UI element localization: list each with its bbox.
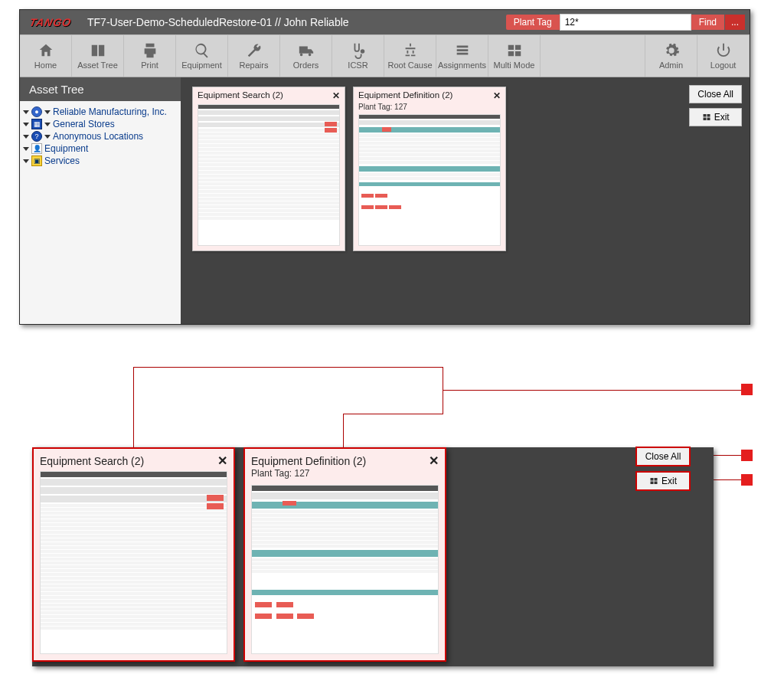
question-icon: ? [31, 131, 42, 142]
close-all-button[interactable]: Close All [689, 85, 742, 103]
tool-print[interactable]: Print [124, 35, 176, 77]
header-title: TF7-User-Demo-ScheduledRestore-01 // Joh… [87, 16, 349, 28]
search-icon [194, 42, 211, 59]
thumb-equipment-search[interactable]: Equipment Search (2) ✕ [192, 87, 345, 251]
list-icon [454, 42, 471, 59]
zoom-action-buttons: Close All Exit [635, 447, 691, 491]
print-icon [142, 42, 158, 59]
callout-marker [741, 474, 753, 486]
callout-marker [741, 450, 753, 461]
logo: TANGO [18, 10, 84, 34]
tool-multimode[interactable]: Multi Mode [488, 35, 541, 77]
zoom-thumb-equipment-definition[interactable]: Equipment Definition (2) ✕ Plant Tag: 12… [243, 447, 446, 662]
tool-repairs[interactable]: Repairs [228, 35, 280, 77]
close-icon[interactable]: ✕ [332, 90, 340, 101]
home-icon [38, 42, 54, 59]
tree-row[interactable]: ▦ General Stores [23, 118, 178, 130]
plant-tag-input[interactable] [560, 14, 691, 31]
thumbnails: Equipment Search (2) ✕ Equipment Definit… [192, 87, 506, 251]
app-window: TANGO TF7-User-Demo-ScheduledRestore-01 … [19, 9, 750, 325]
sidebar: Asset Tree ● Reliable Manufacturing, Inc… [20, 77, 181, 324]
tool-home[interactable]: Home [20, 35, 72, 77]
tool-equipment[interactable]: Equipment [176, 35, 228, 77]
sidebar-title: Asset Tree [20, 77, 181, 101]
book-icon [90, 42, 106, 59]
wrench-icon [246, 42, 263, 59]
zoom-preview [40, 471, 227, 654]
tree-row[interactable]: ● Reliable Manufacturing, Inc. [23, 106, 178, 118]
windows-icon [506, 42, 523, 59]
folder-icon: ▣ [31, 155, 42, 166]
windows-icon [649, 476, 658, 486]
thumbnail-preview [358, 114, 501, 246]
toolbar: Home Asset Tree Print Equipment Repairs … [20, 34, 750, 77]
zoom-preview [251, 485, 439, 654]
multi-mode-actions: Close All Exit [689, 85, 742, 126]
tool-admin[interactable]: Admin [645, 35, 697, 77]
tool-rootcause[interactable]: Root Cause [384, 35, 436, 77]
find-button[interactable]: Find [691, 15, 724, 30]
person-icon: 👤 [31, 143, 42, 154]
close-icon[interactable]: ✕ [217, 453, 227, 468]
thumbnail-preview [198, 104, 340, 246]
asset-tree: ● Reliable Manufacturing, Inc. ▦ General… [20, 101, 181, 172]
tree-icon [402, 42, 419, 59]
stethoscope-icon [350, 42, 367, 59]
zoom-thumb-equipment-search[interactable]: Equipment Search (2) ✕ [32, 447, 235, 662]
tool-assettree[interactable]: Asset Tree [72, 35, 124, 77]
tool-orders[interactable]: Orders [280, 35, 332, 77]
tool-icsr[interactable]: ICSR [332, 35, 384, 77]
tool-logout[interactable]: Logout [697, 35, 750, 77]
close-icon[interactable]: ✕ [493, 90, 501, 101]
tool-assignments[interactable]: Assignments [436, 35, 488, 77]
close-icon[interactable]: ✕ [429, 453, 439, 468]
more-button[interactable]: ... [725, 15, 745, 30]
windows-icon [702, 113, 711, 122]
exit-button[interactable]: Exit [689, 108, 742, 126]
close-all-button[interactable]: Close All [635, 447, 691, 466]
tree-row[interactable]: ? Anonymous Locations [23, 130, 178, 142]
exit-button[interactable]: Exit [635, 471, 691, 491]
truck-icon [298, 42, 315, 59]
thumb-equipment-definition[interactable]: Equipment Definition (2) ✕ Plant Tag: 12… [353, 87, 506, 251]
globe-icon: ● [31, 106, 42, 117]
app-header: TANGO TF7-User-Demo-ScheduledRestore-01 … [20, 10, 750, 34]
gear-icon [663, 42, 680, 59]
tree-row[interactable]: 👤 Equipment [23, 142, 178, 155]
plant-tag-label: Plant Tag [506, 15, 560, 30]
callout-marker [741, 384, 753, 395]
tree-row[interactable]: ▣ Services [23, 155, 178, 167]
power-icon [715, 42, 732, 59]
store-icon: ▦ [31, 119, 42, 129]
